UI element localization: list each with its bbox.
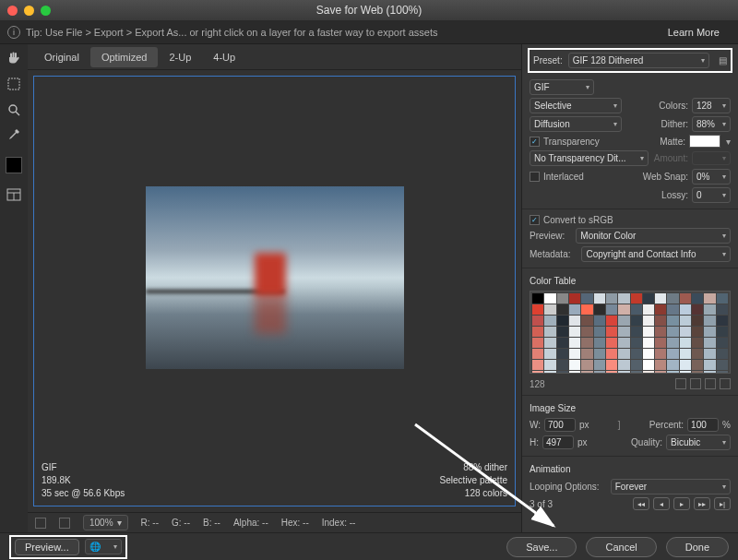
height-input[interactable] (542, 435, 574, 449)
color-swatch[interactable] (680, 371, 691, 374)
prev-frame-button[interactable]: ◂ (653, 497, 670, 510)
metadata-select[interactable]: Copyright and Contact Info▾ (581, 246, 731, 262)
color-swatch[interactable] (643, 293, 654, 304)
learn-more-button[interactable]: Learn More (657, 23, 731, 42)
minimize-window-icon[interactable] (24, 6, 34, 16)
color-swatch[interactable] (655, 371, 666, 374)
color-swatch[interactable] (692, 304, 703, 315)
color-swatch[interactable] (631, 316, 642, 326)
quality-select[interactable]: Bicubic▾ (666, 435, 731, 450)
zoom-window-icon[interactable] (41, 6, 51, 16)
slice-select-tool-icon[interactable] (6, 76, 22, 92)
color-swatch[interactable] (594, 371, 605, 374)
color-swatch[interactable] (544, 304, 555, 315)
color-swatch[interactable] (680, 327, 691, 337)
color-swatch[interactable] (581, 338, 592, 348)
color-swatch[interactable] (643, 327, 654, 337)
color-swatch[interactable] (655, 327, 666, 337)
color-swatch[interactable] (532, 293, 543, 304)
color-swatch[interactable] (532, 371, 543, 374)
color-swatch[interactable] (618, 349, 629, 359)
color-swatch[interactable] (557, 293, 568, 304)
color-swatch[interactable] (581, 327, 592, 337)
color-swatch[interactable] (544, 293, 555, 304)
color-swatch[interactable] (704, 360, 715, 370)
color-swatch[interactable] (631, 349, 642, 359)
lossy-select[interactable]: 0▾ (692, 187, 731, 203)
color-swatch[interactable] (606, 316, 617, 326)
eyedropper-tool-icon[interactable] (6, 127, 22, 144)
ct-new-icon[interactable] (705, 378, 716, 389)
zoom-tool-icon[interactable] (6, 101, 22, 118)
color-swatch[interactable] (532, 360, 543, 370)
color-swatch[interactable] (655, 316, 666, 326)
color-swatch[interactable] (569, 371, 580, 374)
color-swatch[interactable] (631, 338, 642, 348)
width-input[interactable] (544, 418, 576, 432)
color-swatch[interactable] (680, 338, 691, 348)
color-swatch[interactable] (618, 293, 629, 304)
color-swatch[interactable] (569, 327, 580, 337)
color-swatch[interactable] (594, 293, 605, 304)
color-swatch[interactable] (704, 349, 715, 359)
eyedropper-color-swatch[interactable] (6, 157, 22, 173)
color-swatch[interactable] (532, 349, 543, 359)
link-dimensions-icon[interactable]: ] (618, 420, 621, 430)
color-swatch[interactable] (692, 371, 703, 374)
color-swatch[interactable] (631, 327, 642, 337)
websnap-select[interactable]: 0%▾ (692, 169, 731, 185)
color-swatch[interactable] (594, 304, 605, 315)
color-swatch[interactable] (692, 327, 703, 337)
color-swatch[interactable] (581, 371, 592, 374)
color-swatch[interactable] (594, 360, 605, 370)
color-swatch[interactable] (704, 316, 715, 326)
color-swatch[interactable] (667, 327, 678, 337)
color-swatch[interactable] (544, 338, 555, 348)
color-swatch[interactable] (667, 349, 678, 359)
color-swatch[interactable] (631, 304, 642, 315)
color-swatch[interactable] (643, 360, 654, 370)
color-swatch[interactable] (594, 316, 605, 326)
interlaced-checkbox[interactable] (530, 172, 540, 182)
color-swatch[interactable] (717, 349, 728, 359)
color-swatch[interactable] (618, 304, 629, 315)
status-menu-icon[interactable] (35, 518, 46, 529)
color-swatch[interactable] (717, 338, 728, 348)
color-swatch[interactable] (680, 349, 691, 359)
color-swatch[interactable] (569, 293, 580, 304)
color-swatch[interactable] (631, 360, 642, 370)
color-swatch[interactable] (544, 327, 555, 337)
color-swatch[interactable] (581, 304, 592, 315)
preview-button[interactable]: Preview... (15, 539, 79, 555)
preset-menu-icon[interactable]: ▤ (719, 55, 727, 66)
color-swatch[interactable] (667, 338, 678, 348)
color-swatch[interactable] (717, 316, 728, 326)
color-swatch[interactable] (643, 349, 654, 359)
color-swatch[interactable] (532, 316, 543, 326)
color-swatch[interactable] (618, 327, 629, 337)
tab-original[interactable]: Original (33, 47, 90, 67)
dither-amount-select[interactable]: 88%▾ (692, 116, 731, 132)
color-swatch[interactable] (606, 360, 617, 370)
color-swatch[interactable] (557, 327, 568, 337)
color-swatch[interactable] (667, 304, 678, 315)
color-swatch[interactable] (532, 304, 543, 315)
color-swatch[interactable] (581, 349, 592, 359)
hand-tool-icon[interactable] (6, 50, 22, 66)
transparency-dither-select[interactable]: No Transparency Dit...▾ (530, 150, 649, 166)
color-swatch[interactable] (569, 316, 580, 326)
color-swatch[interactable] (680, 360, 691, 370)
preset-select[interactable]: GIF 128 Dithered▾ (568, 53, 709, 68)
color-swatch[interactable] (544, 371, 555, 374)
tab-4up[interactable]: 4-Up (202, 47, 246, 67)
preview-browser-select[interactable]: 🌐▾ (85, 539, 122, 554)
color-swatch[interactable] (569, 338, 580, 348)
color-swatch[interactable] (717, 371, 728, 374)
last-frame-button[interactable]: ▸| (714, 497, 731, 510)
close-window-icon[interactable] (7, 6, 18, 16)
matte-swatch[interactable] (689, 135, 720, 148)
color-swatch[interactable] (594, 327, 605, 337)
color-swatch[interactable] (594, 338, 605, 348)
color-swatch[interactable] (606, 349, 617, 359)
srgb-checkbox[interactable]: ✓ (530, 215, 540, 225)
